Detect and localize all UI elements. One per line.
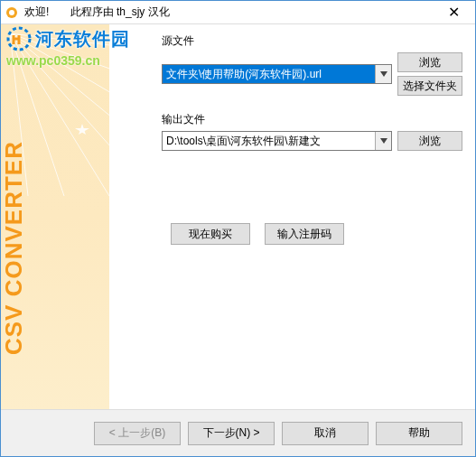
browse-source-button[interactable]: 浏览 <box>397 52 462 72</box>
chevron-down-icon[interactable] <box>375 132 391 150</box>
cancel-button[interactable]: 取消 <box>282 422 369 445</box>
source-file-value: 文件夹\使用帮助(河东软件园).url <box>163 67 375 82</box>
chevron-down-icon[interactable] <box>375 65 391 83</box>
browse-output-button[interactable]: 浏览 <box>397 131 462 151</box>
output-label: 输出文件 <box>162 112 462 127</box>
buy-now-button[interactable]: 现在购买 <box>171 223 250 245</box>
source-label: 源文件 <box>162 33 462 49</box>
output-file-value: D:\tools\桌面\河东软件园\新建文 <box>163 134 375 149</box>
svg-line-5 <box>10 33 156 124</box>
enter-code-button[interactable]: 输入注册码 <box>265 223 344 245</box>
svg-marker-11 <box>118 79 136 92</box>
output-file-combo[interactable]: D:\tools\桌面\河东软件园\新建文 <box>162 131 392 151</box>
close-button[interactable]: ✕ <box>435 1 471 24</box>
footer: < 上一步(B) 下一步(N) > 取消 帮助 <box>1 409 475 456</box>
back-button: < 上一步(B) <box>94 422 181 445</box>
svg-line-6 <box>10 33 156 160</box>
body: 河东软件园 www.pc0359.cn <box>1 24 475 409</box>
next-button[interactable]: 下一步(N) > <box>188 422 275 445</box>
title-subtitle: 此程序由 th_sjy 汉化 <box>70 5 170 18</box>
svg-line-7 <box>10 33 154 196</box>
svg-marker-12 <box>75 124 89 135</box>
help-button[interactable]: 帮助 <box>376 422 462 445</box>
svg-point-1 <box>9 10 14 15</box>
app-window: 欢迎! 此程序由 th_sjy 汉化 ✕ 河东软件园 www.pc0359.cn <box>0 0 476 457</box>
sidebar-title: CSV CONVERTER <box>1 141 28 355</box>
svg-line-4 <box>10 33 156 88</box>
sidebar: CSV CONVERTER <box>1 24 156 409</box>
titlebar-title: 欢迎! 此程序由 th_sjy 汉化 <box>24 5 435 20</box>
svg-line-3 <box>10 33 156 51</box>
titlebar: 欢迎! 此程序由 th_sjy 汉化 ✕ <box>1 1 475 24</box>
close-icon: ✕ <box>448 4 460 21</box>
source-file-combo[interactable]: 文件夹\使用帮助(河东软件园).url <box>162 64 392 84</box>
app-icon <box>5 5 19 20</box>
title-welcome: 欢迎! <box>24 5 49 18</box>
select-folder-button[interactable]: 选择文件夹 <box>397 76 462 96</box>
main-panel: 源文件 文件夹\使用帮助(河东软件园).url 浏览 选择文件夹 输出文件 D:… <box>156 24 475 409</box>
